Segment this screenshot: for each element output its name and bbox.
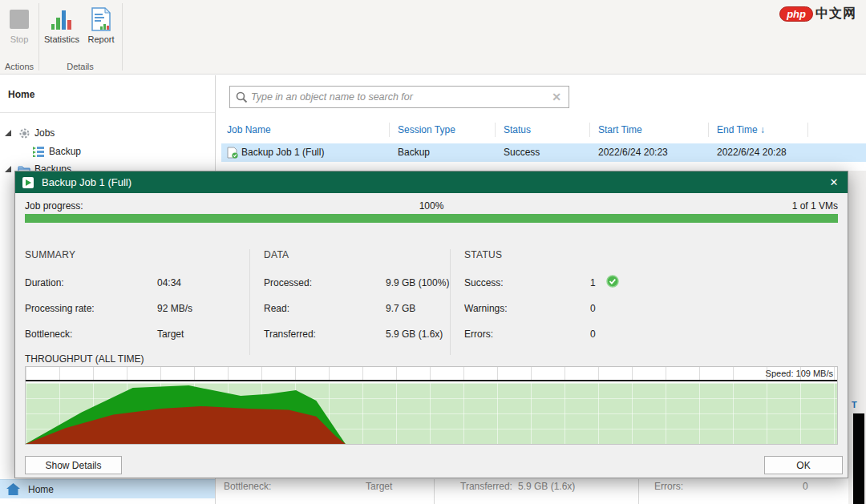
progress-bar — [25, 214, 838, 223]
column-separator[interactable] — [389, 123, 390, 137]
statistics-button[interactable]: Statistics — [41, 3, 83, 61]
stop-button[interactable]: Stop — [3, 3, 35, 61]
processing-rate-label: Processing rate: — [25, 303, 95, 314]
veeam-window: Stop Statistics — [0, 0, 866, 504]
cell-start-time: 2022/6/24 20:23 — [598, 147, 668, 158]
expand-arrow-icon[interactable] — [5, 127, 12, 139]
stop-icon — [9, 6, 30, 32]
tree-item-label: Jobs — [34, 127, 55, 139]
read-value: 9.7 GB — [386, 303, 415, 314]
bottleneck-value: Target — [157, 329, 184, 340]
sort-desc-icon: ↓ — [760, 124, 765, 135]
bg-pane-divider — [434, 479, 435, 504]
jobs-gear-icon — [18, 127, 30, 139]
home-icon — [6, 483, 20, 495]
bg-bottleneck-value: Target — [366, 481, 392, 492]
ribbon-group-actions: Actions — [0, 62, 38, 73]
ribbon-toolbar: Stop Statistics — [0, 0, 866, 75]
stop-button-label: Stop — [10, 34, 29, 44]
throughput-header: THROUGHPUT (ALL TIME) — [25, 353, 144, 365]
search-box: ✕ — [229, 86, 569, 108]
section-divider — [450, 249, 451, 355]
dialog-titlebar[interactable]: Backup Job 1 (Full) ✕ — [15, 171, 848, 193]
report-button-label: Report — [87, 34, 114, 44]
session-job-icon — [227, 147, 238, 159]
column-separator[interactable] — [495, 123, 496, 137]
summary-section-header: SUMMARY — [25, 249, 75, 260]
processing-rate-value: 92 MB/s — [157, 303, 192, 314]
ribbon-group-details: Details — [38, 62, 122, 73]
bottleneck-label: Bottleneck: — [25, 329, 72, 340]
throughput-chart: Speed: 109 MB/s — [25, 366, 838, 445]
ribbon-separator — [38, 3, 39, 71]
tree-item-label: Backup — [49, 146, 81, 157]
throughput-chart-svg — [26, 383, 837, 444]
background-right-strip: T — [848, 171, 866, 504]
bg-transferred-label: Transferred: — [460, 481, 512, 492]
column-header-status[interactable]: Status — [504, 124, 531, 135]
status-section-header: STATUS — [464, 249, 502, 260]
success-label: Success: — [464, 277, 504, 288]
cell-job-name: Backup Job 1 (Full) — [241, 147, 324, 158]
php-cn-watermark: php 中文网 — [779, 6, 856, 22]
report-button[interactable]: Report — [84, 3, 118, 61]
job-progress-percent: 100% — [15, 200, 848, 212]
search-input[interactable] — [248, 91, 552, 103]
warnings-value: 0 — [590, 303, 596, 314]
bg-transferred-value: 5.9 GB (1.6x) — [518, 481, 575, 492]
success-check-icon — [606, 275, 619, 288]
warnings-label: Warnings: — [464, 303, 508, 314]
section-divider — [249, 249, 250, 355]
home-nav-item[interactable]: Home — [0, 479, 215, 498]
session-row[interactable]: Backup Job 1 (Full) Backup Success 2022/… — [221, 143, 866, 162]
statistics-button-label: Statistics — [44, 34, 79, 44]
bg-black-column — [853, 413, 864, 504]
bg-bottleneck-label: Bottleneck: — [224, 481, 271, 492]
errors-label: Errors: — [464, 329, 493, 340]
show-details-button[interactable]: Show Details — [25, 456, 122, 474]
dialog-close-icon[interactable]: ✕ — [820, 171, 848, 193]
column-separator[interactable] — [807, 123, 808, 137]
bg-errors-label: Errors: — [654, 481, 683, 492]
sidebar-header: Home — [8, 89, 34, 100]
dialog-title: Backup Job 1 (Full) — [42, 176, 132, 188]
progress-bar-fill — [25, 214, 838, 223]
backup-job-icon — [32, 146, 45, 157]
ok-button[interactable]: OK — [764, 456, 843, 474]
read-label: Read: — [264, 303, 289, 314]
ribbon-separator — [122, 3, 123, 71]
column-header-job-name[interactable]: Job Name — [227, 124, 271, 135]
duration-value: 04:34 — [157, 277, 181, 288]
cell-end-time: 2022/6/24 20:28 — [717, 147, 787, 158]
column-header-end-time-label: End Time — [717, 124, 758, 135]
errors-value: 0 — [590, 329, 596, 340]
dialog-job-icon — [22, 176, 34, 189]
column-separator[interactable] — [708, 123, 709, 137]
bg-right-text: T — [852, 400, 857, 409]
expand-arrow-icon[interactable] — [5, 163, 12, 175]
column-header-start-time[interactable]: Start Time — [598, 124, 642, 135]
data-section-header: DATA — [264, 249, 289, 260]
duration-label: Duration: — [25, 277, 64, 288]
column-header-end-time[interactable]: End Time ↓ — [717, 124, 765, 135]
chart-top-band: Speed: 109 MB/s — [26, 367, 837, 381]
statistics-icon — [50, 6, 74, 32]
tree-item-jobs[interactable]: Jobs — [0, 124, 215, 142]
column-header-session-type[interactable]: Session Type — [398, 124, 455, 135]
chart-speed-label: Speed: 109 MB/s — [766, 369, 833, 378]
job-statistics-dialog: Backup Job 1 (Full) ✕ Job progress: 100%… — [14, 171, 848, 478]
cell-status: Success — [504, 147, 540, 158]
search-icon — [236, 91, 248, 103]
clear-search-icon[interactable]: ✕ — [552, 91, 561, 103]
cell-session-type: Backup — [398, 147, 430, 158]
transferred-value: 5.9 GB (1.6x) — [386, 329, 443, 340]
report-icon — [91, 6, 111, 32]
sidebar-divider — [0, 112, 215, 113]
column-separator[interactable] — [589, 123, 590, 137]
success-value: 1 — [590, 277, 596, 288]
transferred-label: Transferred: — [264, 329, 316, 340]
bg-errors-value: 0 — [803, 481, 808, 492]
processed-value: 9.9 GB (100%) — [386, 277, 449, 288]
tree-item-backup[interactable]: Backup — [0, 143, 215, 160]
home-nav-label: Home — [28, 484, 54, 495]
